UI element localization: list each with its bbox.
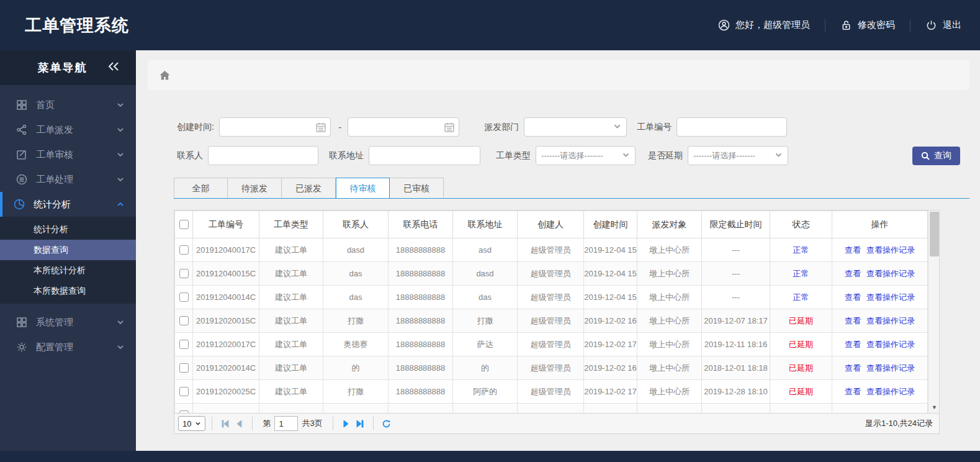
view-link[interactable]: 查看	[845, 387, 861, 396]
divider	[212, 417, 212, 430]
next-page-button[interactable]	[339, 417, 353, 430]
prev-page-button[interactable]	[232, 417, 246, 430]
column-header: 创建人	[518, 211, 584, 238]
sidebar-item-config[interactable]: 配置管理	[0, 335, 136, 360]
user-greeting[interactable]: 您好，超级管理员	[718, 19, 810, 31]
row-checkbox[interactable]	[179, 269, 189, 278]
submenu-item-data-query[interactable]: 数据查询	[0, 240, 136, 260]
refresh-button[interactable]	[380, 417, 393, 430]
create-time-end-input[interactable]	[348, 117, 459, 137]
tab-reviewed[interactable]: 已审核	[390, 178, 444, 198]
row-actions: 查看查看操作记录	[832, 309, 928, 333]
address-field[interactable]	[369, 147, 480, 165]
scrollbar-down-arrow[interactable]: ▼	[930, 404, 938, 412]
divider	[333, 417, 333, 430]
sidebar-item-home[interactable]: 首页	[0, 93, 136, 117]
view-log-link[interactable]: 查看操作记录	[866, 387, 915, 396]
select-placeholder: -------请选择-------	[541, 150, 603, 161]
row-actions: 查看查看操作记录	[832, 262, 928, 286]
page-number-input[interactable]	[274, 416, 298, 431]
contact-input[interactable]	[208, 146, 318, 165]
sidebar-item-process[interactable]: 工单处理	[0, 167, 136, 192]
filter-form: 创建时间: - 派发部门 工单编号	[177, 117, 969, 165]
view-link[interactable]: 查看	[845, 292, 861, 302]
view-log-link[interactable]: 查看操作记录	[866, 316, 915, 325]
tab-to-review[interactable]: 待审核	[336, 178, 390, 199]
view-link[interactable]: 查看	[845, 316, 861, 325]
dispatch-dept-select[interactable]	[524, 117, 627, 137]
work-order-table-zone: 工单编号 工单类型 联系人 联系电话 联系地址 创建人 创建时间 派发对象 限定…	[174, 210, 940, 434]
cell-creator: 超级管理员	[518, 309, 584, 333]
cell-phone: 18888888888	[389, 356, 453, 380]
sidebar-item-system[interactable]: 系统管理	[0, 310, 136, 335]
submenu-item-statistics[interactable]: 统计分析	[0, 219, 136, 240]
tab-dispatched[interactable]: 已派发	[282, 178, 336, 198]
first-page-button[interactable]	[218, 417, 232, 430]
row-actions: 查看查看操作记录	[832, 286, 928, 309]
logout-button[interactable]: 退出	[925, 19, 961, 31]
page-size-select[interactable]: 10	[178, 416, 205, 431]
submenu-item-branch-data-query[interactable]: 本所数据查询	[0, 281, 136, 301]
home-icon[interactable]	[159, 70, 171, 81]
sidebar-collapse-icon[interactable]	[107, 61, 136, 74]
order-no-input[interactable]	[677, 117, 787, 137]
chevron-down-icon	[116, 343, 125, 351]
calendar-icon[interactable]	[444, 122, 455, 133]
search-button[interactable]: 查询	[912, 147, 960, 165]
date-input[interactable]	[348, 118, 459, 136]
edit-icon	[16, 149, 27, 160]
sidebar-item-review[interactable]: 工单审核	[0, 142, 136, 167]
chevron-down-icon	[116, 175, 125, 184]
cell-dispatch-target: 墩上中心所	[637, 309, 702, 333]
table-scrollbar[interactable]: ▼	[928, 211, 940, 413]
row-checkbox[interactable]	[179, 292, 189, 302]
row-checkbox[interactable]	[179, 316, 189, 325]
view-link[interactable]: 查看	[845, 245, 861, 255]
view-link[interactable]: 查看	[845, 340, 861, 349]
create-time-start-input[interactable]	[219, 117, 331, 137]
last-page-button[interactable]	[353, 417, 367, 430]
order-type-label: 工单类型	[496, 150, 531, 161]
cell-order-type: 建议工单	[259, 380, 323, 404]
tab-all[interactable]: 全部	[174, 178, 228, 198]
page-prefix-label: 第	[263, 418, 271, 429]
sidebar-item-statistics[interactable]: 统计分析	[0, 192, 136, 217]
calendar-icon[interactable]	[315, 122, 326, 133]
address-input[interactable]	[369, 146, 480, 165]
select-all-checkbox[interactable]	[179, 220, 189, 229]
view-link[interactable]: 查看	[845, 363, 861, 373]
tab-to-dispatch[interactable]: 待派发	[228, 178, 282, 198]
submenu-item-branch-statistics[interactable]: 本所统计分析	[0, 260, 136, 281]
change-password-button[interactable]: 修改密码	[840, 19, 895, 31]
view-log-link[interactable]: 查看操作记录	[866, 269, 915, 278]
row-checkbox[interactable]	[179, 363, 189, 373]
cell-deadline: 2019-12-07 18:17	[702, 309, 770, 333]
power-icon	[925, 19, 937, 31]
contact-field[interactable]	[209, 147, 318, 165]
view-log-link[interactable]: 查看操作记录	[866, 245, 915, 255]
contact-label: 联系人	[177, 150, 203, 161]
view-log-link[interactable]: 查看操作记录	[866, 340, 915, 349]
row-checkbox[interactable]	[179, 387, 189, 396]
cell-deadline: 2019-12-11 18:16	[702, 333, 770, 356]
table-row: 201912040017C建议工单dasd18888888888asd超级管理员…	[175, 238, 928, 262]
sidebar-item-dispatch[interactable]: 工单派发	[0, 117, 136, 142]
view-log-link[interactable]: 查看操作记录	[866, 292, 915, 302]
row-checkbox[interactable]	[179, 245, 189, 255]
gear-icon	[16, 342, 27, 353]
row-checkbox[interactable]	[179, 410, 189, 413]
cell-address: asd	[453, 238, 518, 262]
chevron-down-icon	[622, 151, 630, 161]
view-link[interactable]: 查看	[845, 269, 861, 278]
row-checkbox[interactable]	[179, 340, 189, 349]
order-no-field[interactable]	[677, 118, 786, 136]
order-type-select[interactable]: -------请选择-------	[536, 146, 636, 165]
cell-order-no: 201912020025C	[193, 380, 259, 404]
date-range-separator: -	[338, 122, 341, 133]
grid-icon	[16, 317, 27, 328]
date-input[interactable]	[220, 118, 330, 136]
view-log-link[interactable]: 查看操作记录	[866, 363, 915, 373]
column-header: 联系电话	[389, 211, 453, 238]
delay-select[interactable]: -------请选择-------	[688, 146, 788, 165]
scrollbar-thumb[interactable]	[930, 212, 939, 256]
